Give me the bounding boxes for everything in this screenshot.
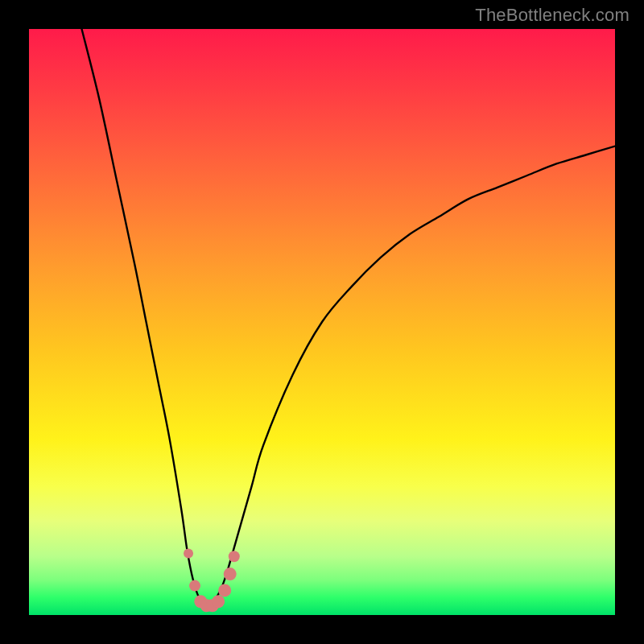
watermark-text: TheBottleneck.com bbox=[475, 5, 630, 26]
highlight-dot bbox=[189, 580, 200, 592]
highlight-dot bbox=[212, 595, 225, 608]
plot-area bbox=[29, 29, 615, 615]
highlight-dot bbox=[218, 584, 231, 597]
chart-frame: TheBottleneck.com bbox=[0, 0, 644, 644]
chart-svg bbox=[29, 29, 615, 615]
highlight-markers bbox=[184, 549, 240, 613]
bottleneck-curve bbox=[82, 29, 615, 604]
highlight-dot bbox=[184, 549, 193, 559]
highlight-dot bbox=[224, 568, 237, 580]
highlight-dot bbox=[229, 551, 240, 562]
